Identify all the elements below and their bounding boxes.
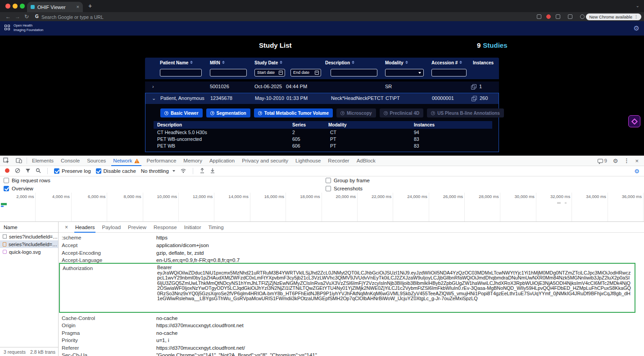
study-row-expanded[interactable]: ⌄ Patient, Anonymous 12345678 May-10-201… <box>145 93 499 104</box>
study-row[interactable]: › 5001026 Oct-06-2025 04:44 PM SR 1 <box>145 81 499 92</box>
devtools-tab-sources[interactable]: Sources <box>83 156 109 166</box>
expand-chevron-icon[interactable]: › <box>152 84 154 89</box>
instances-copy-icon[interactable] <box>471 84 476 89</box>
calendar-icon[interactable] <box>315 71 319 75</box>
tab-search-icon[interactable]: ⌄ <box>636 3 639 8</box>
preserve-log-checkbox[interactable]: Preserve log <box>54 168 91 174</box>
extension-icon[interactable] <box>537 14 541 19</box>
search-icon[interactable] <box>36 168 41 175</box>
series-row[interactable]: PET WB 606 PT 83 <box>154 142 492 149</box>
ohif-logo-text[interactable]: Open Health Imaging Foundation <box>14 23 43 32</box>
extension-overlay-badge[interactable] <box>628 115 640 127</box>
devtools-tab-recorder[interactable]: Recorder <box>324 156 353 166</box>
ohif-logo-icon[interactable] <box>5 25 10 31</box>
new-tab-button[interactable]: + <box>88 2 92 9</box>
mode-button-tmtv[interactable]: Total Metabolic Tumor Volume <box>254 108 333 117</box>
chrome-update-button[interactable]: New Chrome available ⋮ <box>586 14 641 20</box>
macos-fullscreen-button[interactable] <box>20 4 25 9</box>
checkbox-unchecked[interactable] <box>326 186 331 191</box>
clear-network-log-button[interactable] <box>15 168 20 175</box>
export-har-icon[interactable] <box>210 168 215 175</box>
devtools-close-icon[interactable]: × <box>635 158 639 164</box>
devtools-tab-privacy[interactable]: Privacy and security <box>238 156 292 166</box>
checkbox-icon[interactable] <box>3 234 7 239</box>
devtools-tab-memory[interactable]: Memory <box>180 156 206 166</box>
start-date-input[interactable]: Start date <box>254 69 285 77</box>
macos-close-button[interactable] <box>5 4 10 9</box>
checkbox-checked[interactable] <box>96 168 101 174</box>
detail-tab-timing[interactable]: Timing <box>204 222 227 232</box>
omnibox[interactable]: Search Google or type a URL <box>41 14 104 20</box>
extension-icon[interactable] <box>556 14 560 19</box>
forward-button[interactable]: → <box>15 14 20 20</box>
checkbox-checked[interactable] <box>54 168 59 174</box>
mode-button-basic-viewer[interactable]: Basic Viewer <box>160 108 203 117</box>
network-settings-gear-icon[interactable]: ⚙ <box>634 168 639 175</box>
checkbox-checked[interactable] <box>4 186 9 191</box>
big-request-rows-checkbox[interactable]: Big request rows <box>4 178 50 183</box>
request-row-selected[interactable]: series?includefield=… <box>0 240 58 248</box>
detail-tab-initiator[interactable]: Initiator <box>181 222 205 232</box>
devtools-tab-application[interactable]: Application <box>206 156 238 166</box>
detail-tab-headers[interactable]: Headers <box>72 222 98 232</box>
devtools-tab-elements[interactable]: Elements <box>28 156 57 166</box>
instances-copy-icon[interactable] <box>472 95 476 101</box>
browser-menu-icon[interactable]: ⋮ <box>634 14 638 19</box>
devtools-settings-gear-icon[interactable]: ⚙ <box>613 158 618 164</box>
accession-filter-input[interactable] <box>431 69 467 77</box>
checkbox-unchecked[interactable] <box>4 178 9 183</box>
devtools-menu-icon[interactable]: ⋮ <box>624 158 629 164</box>
macos-minimize-button[interactable] <box>13 4 18 9</box>
end-date-input[interactable]: End date <box>290 69 321 77</box>
disable-cache-checkbox[interactable]: Disable cache <box>96 168 136 174</box>
detail-tab-response[interactable]: Response <box>150 222 181 232</box>
column-patient-name[interactable]: Patient Name <box>160 60 193 65</box>
throttling-select[interactable]: No throttling <box>141 168 175 174</box>
import-har-icon[interactable] <box>200 168 205 175</box>
reload-button[interactable]: ↻ <box>24 14 29 20</box>
request-list-name-header[interactable]: Name <box>0 222 58 233</box>
record-network-log-button[interactable] <box>5 168 10 175</box>
column-accession[interactable]: Accession # <box>431 60 462 65</box>
column-modality[interactable]: Modality <box>385 60 408 65</box>
request-row[interactable]: quick-logo.svg <box>0 248 58 256</box>
request-row[interactable]: series?includefield=… <box>0 233 58 240</box>
column-mrn[interactable]: MRN <box>210 60 225 65</box>
collapse-chevron-icon[interactable]: ⌄ <box>152 95 156 101</box>
console-messages-button[interactable]: 9 <box>598 158 607 163</box>
checkbox-unchecked[interactable] <box>326 178 331 183</box>
filter-icon[interactable] <box>25 168 31 175</box>
device-toolbar-icon[interactable] <box>13 158 25 163</box>
devtools-tab-adblock[interactable]: AdBlock <box>353 156 379 166</box>
detail-tab-payload[interactable]: Payload <box>98 222 124 232</box>
modality-select[interactable] <box>385 69 424 77</box>
mode-button-segmentation[interactable]: Segmentation <box>206 108 250 117</box>
series-row[interactable]: PET WB-uncorrected 605 PT 83 <box>154 135 492 142</box>
series-row[interactable]: CT HeadNeck 5.0 H30s 2 CT 94 <box>154 129 492 135</box>
adblock-icon[interactable] <box>546 14 551 19</box>
screenshots-checkbox[interactable]: Screenshots <box>326 186 363 191</box>
network-conditions-icon[interactable] <box>180 168 186 175</box>
group-by-frame-checkbox[interactable]: Group by frame <box>326 178 370 183</box>
devtools-tab-network[interactable]: Network <box>109 156 143 166</box>
devtools-tab-console[interactable]: Console <box>57 156 83 166</box>
devtools-tab-performance[interactable]: Performance <box>143 156 180 166</box>
calendar-icon[interactable] <box>279 71 283 75</box>
detail-close-icon[interactable]: × <box>61 224 72 230</box>
column-description[interactable]: Description <box>325 60 354 65</box>
mrn-filter-input[interactable] <box>210 69 247 77</box>
tab-close-icon[interactable]: × <box>77 5 79 9</box>
back-button[interactable]: ← <box>5 14 11 20</box>
network-overview-timeline[interactable]: 2,000 ms 4,000 ms 6,000 ms 8,000 ms 10,0… <box>0 193 644 222</box>
sidebar-icon[interactable] <box>568 14 572 19</box>
devtools-tab-lighthouse[interactable]: Lighthouse <box>292 156 324 166</box>
ohif-settings-gear-icon[interactable]: ⚙ <box>634 24 639 32</box>
inspect-element-icon[interactable] <box>0 158 13 164</box>
profile-switch-icon[interactable] <box>580 14 585 19</box>
description-filter-input[interactable] <box>331 69 377 77</box>
browser-tab[interactable]: OHIF Viewer × <box>27 2 83 12</box>
detail-tab-preview[interactable]: Preview <box>124 222 150 232</box>
column-study-date[interactable]: Study Date <box>254 60 282 65</box>
overview-checkbox[interactable]: Overview <box>4 186 33 191</box>
patient-name-filter-input[interactable] <box>160 69 202 77</box>
